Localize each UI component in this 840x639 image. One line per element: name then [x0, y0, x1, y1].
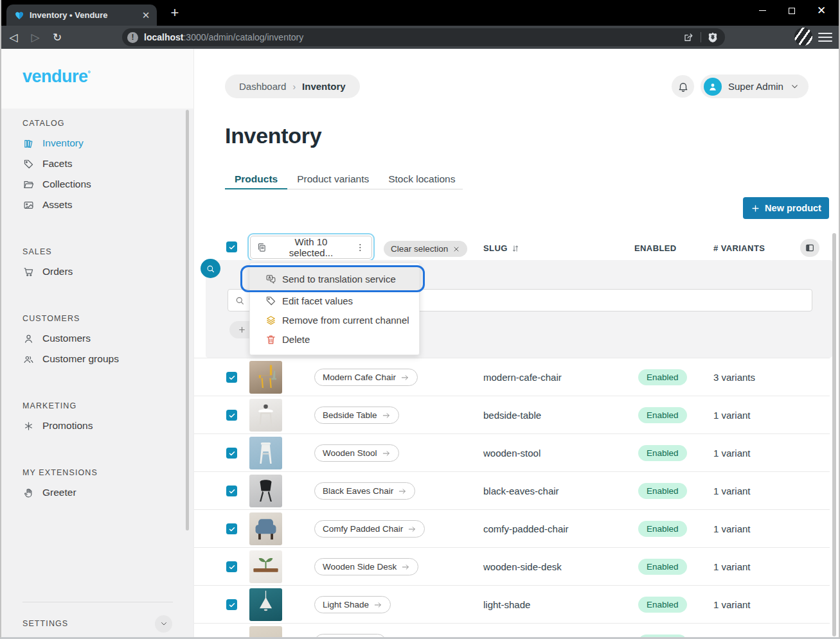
search-toggle-button[interactable]: [201, 259, 220, 278]
product-name-link[interactable]: Bedside Table: [314, 407, 399, 424]
variant-count: 1 variant: [713, 548, 751, 586]
status-badge: Enabled: [638, 597, 687, 613]
copy-icon: [256, 242, 267, 253]
browser-window: Inventory • Vendure ✕ + ✕ ◁ ▷ ↻ ! localh…: [0, 0, 840, 639]
bulk-actions-button[interactable]: With 10 selected...: [250, 236, 372, 259]
product-name-link[interactable]: Wooden Stool: [314, 444, 399, 462]
notifications-button[interactable]: [672, 75, 694, 98]
row-checkbox[interactable]: [226, 410, 237, 421]
sidebar-item-assets[interactable]: Assets: [1, 195, 193, 215]
bell-icon: [677, 81, 689, 92]
row-checkbox[interactable]: [226, 372, 237, 383]
chevron-down-icon[interactable]: [155, 615, 172, 633]
row-checkbox[interactable]: [226, 486, 237, 496]
product-slug: light-shade: [483, 586, 530, 624]
product-thumbnail: [249, 588, 282, 621]
tab-stock-locations[interactable]: Stock locations: [379, 168, 465, 189]
search-icon: [206, 264, 215, 274]
folder-icon: [23, 179, 34, 190]
window-minimize-button[interactable]: [747, 0, 777, 21]
status-badge: Enabled: [638, 407, 687, 423]
row-checkbox[interactable]: [226, 448, 237, 459]
sort-icon[interactable]: [511, 244, 520, 253]
browser-profile-avatar[interactable]: [794, 28, 812, 46]
menu-item-remove-from-current-channel[interactable]: Remove from current channel: [250, 310, 419, 329]
sidebar-item-collections[interactable]: Collections: [1, 174, 193, 195]
column-settings-button[interactable]: [800, 239, 819, 257]
brave-shield-icon[interactable]: [707, 31, 719, 43]
product-name-link[interactable]: Comfy Padded Chair: [314, 520, 425, 538]
product-name-link[interactable]: Wooden Side Desk: [314, 558, 418, 575]
browser-tab[interactable]: Inventory • Vendure ✕: [6, 4, 157, 26]
breadcrumb-inventory[interactable]: Inventory: [302, 81, 346, 92]
status-badge: Enabled: [638, 559, 687, 575]
user-menu[interactable]: Super Admin: [701, 74, 809, 98]
menu-item-send-to-translation-service[interactable]: Send to translation service: [250, 267, 419, 291]
product-slug: modern-cafe-chair: [483, 358, 562, 396]
browser-toolbar: ◁ ▷ ↻ ! localhost :3000/admin/catalog/in…: [1, 26, 839, 49]
sidebar-item-customer-groups[interactable]: Customer groups: [1, 349, 193, 369]
back-button[interactable]: ◁: [4, 28, 23, 47]
browser-tabstrip: Inventory • Vendure ✕ + ✕: [1, 0, 839, 26]
status-badge: Enabled: [638, 369, 687, 385]
window-close-button[interactable]: ✕: [807, 0, 836, 21]
product-table: Modern Cafe Chairmodern-cafe-chairEnable…: [194, 358, 830, 637]
product-slug: black-eaves-chair: [483, 472, 559, 510]
sidebar-section-settings[interactable]: SETTINGS: [1, 609, 193, 637]
product-thumbnail: [249, 361, 282, 394]
arrow-right-icon: [373, 600, 382, 609]
tab-product-variants[interactable]: Product variants: [287, 168, 379, 189]
forward-button[interactable]: ▷: [26, 28, 45, 47]
breadcrumb-dashboard[interactable]: Dashboard: [239, 81, 286, 92]
vendure-logo: vendure°: [22, 67, 90, 87]
product-thumbnail: [249, 512, 282, 545]
sidebar-section-label: MARKETING: [22, 401, 193, 410]
menu-item-edit-facet-values[interactable]: Edit facet values: [250, 291, 419, 310]
arrow-right-icon: [382, 449, 391, 458]
sidebar-item-customers[interactable]: Customers: [1, 328, 193, 349]
variant-count: 1 variant: [713, 396, 751, 434]
sidebar-sections: CATALOGInventoryFacetsCollectionsAssetsS…: [1, 119, 193, 503]
sidebar-item-inventory[interactable]: Inventory: [1, 133, 193, 153]
variant-count: 1 variant: [713, 472, 751, 510]
browser-menu-icon[interactable]: [818, 30, 832, 44]
row-checkbox[interactable]: [226, 523, 237, 534]
product-name-link[interactable]: Black Eaves Chair: [314, 482, 415, 500]
share-icon[interactable]: [683, 31, 695, 43]
kebab-menu-icon[interactable]: [355, 242, 366, 253]
sidebar: vendure° CATALOGInventoryFacetsCollectio…: [1, 49, 194, 637]
menu-item-delete[interactable]: Delete: [250, 329, 419, 349]
page-scrollbar[interactable]: [832, 233, 836, 636]
new-tab-button[interactable]: +: [166, 5, 184, 22]
product-slug: wooden-stool: [483, 434, 541, 472]
sidebar-item-promotions[interactable]: Promotions: [1, 416, 193, 436]
window-maximize-button[interactable]: [777, 0, 807, 21]
variant-count: 1 variant: [713, 586, 751, 624]
new-product-button[interactable]: New product: [743, 197, 829, 219]
status-badge: Enabled: [638, 635, 687, 637]
address-bar[interactable]: ! localhost :3000/admin/catalog/inventor…: [122, 28, 725, 46]
column-header-slug[interactable]: SLUG: [483, 243, 520, 253]
bulk-actions-menu: Send to translation serviceEdit facet va…: [249, 263, 420, 355]
clear-selection-button[interactable]: Clear selection: [384, 241, 467, 257]
hand-icon: [23, 487, 34, 498]
sidebar-item-facets[interactable]: Facets: [1, 153, 193, 174]
product-name-link[interactable]: Light Shade: [314, 596, 391, 613]
user-icon: [23, 333, 34, 344]
sidebar-scrollbar[interactable]: [186, 110, 189, 530]
site-info-icon[interactable]: !: [127, 32, 138, 43]
product-name-link[interactable]: [314, 634, 386, 637]
sidebar-item-orders[interactable]: Orders: [1, 261, 193, 282]
row-checkbox[interactable]: [226, 561, 237, 572]
row-checkbox[interactable]: [226, 599, 237, 610]
sidebar-item-greeter[interactable]: Greeter: [1, 482, 193, 503]
column-header-variants: # VARIANTS: [713, 243, 765, 253]
layers-icon: [265, 315, 276, 326]
reload-button[interactable]: ↻: [48, 28, 67, 47]
tab-close-icon[interactable]: ✕: [140, 10, 152, 21]
product-name-link[interactable]: Modern Cafe Chair: [314, 369, 418, 386]
divider: [22, 602, 173, 602]
search-icon: [235, 295, 245, 306]
select-all-checkbox[interactable]: [226, 241, 237, 252]
tab-products[interactable]: Products: [225, 168, 287, 189]
